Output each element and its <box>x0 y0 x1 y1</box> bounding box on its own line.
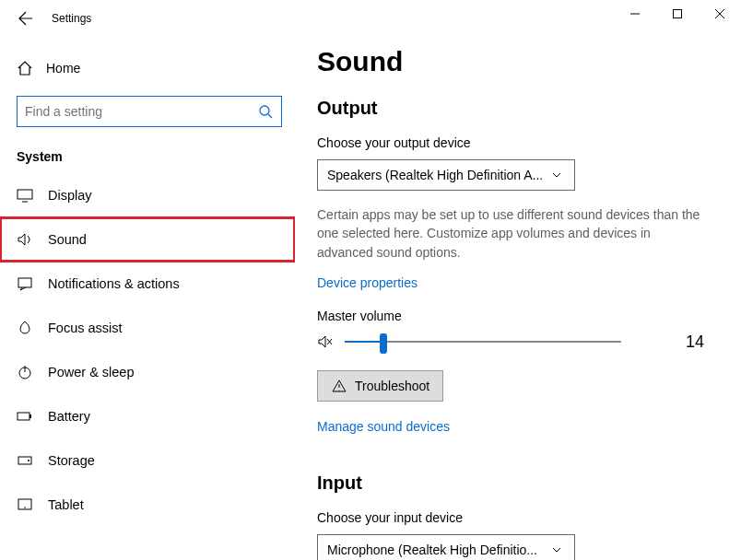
sidebar-item-label: Storage <box>48 453 95 468</box>
volume-mute-icon[interactable] <box>317 333 334 350</box>
sidebar-item-storage[interactable]: Storage <box>0 438 295 483</box>
sidebar-item-label: Focus assist <box>48 321 123 335</box>
sidebar-item-label: Tablet <box>48 497 84 512</box>
sidebar-item-power-sleep[interactable]: Power & sleep <box>0 350 295 394</box>
sidebar-item-sound[interactable]: Sound <box>0 217 295 262</box>
window-title: Settings <box>52 12 91 25</box>
sidebar-item-battery[interactable]: Battery <box>0 394 295 438</box>
minimize-button[interactable] <box>614 0 656 28</box>
focus-icon <box>17 320 33 336</box>
input-device-dropdown[interactable]: Microphone (Realtek High Definitio... <box>317 534 575 560</box>
output-help-text: Certain apps may be set up to use differ… <box>317 205 704 262</box>
home-button[interactable]: Home <box>0 50 295 87</box>
slider-thumb[interactable] <box>380 333 387 354</box>
sidebar-item-focus-assist[interactable]: Focus assist <box>0 306 295 350</box>
notifications-icon <box>17 275 33 292</box>
slider-fill <box>345 341 383 343</box>
home-icon <box>17 60 33 76</box>
svg-point-10 <box>24 507 26 508</box>
svg-rect-0 <box>674 10 682 18</box>
troubleshoot-label: Troubleshoot <box>355 379 429 393</box>
power-icon <box>17 364 33 380</box>
master-volume-slider[interactable] <box>345 341 621 343</box>
sidebar-item-notifications[interactable]: Notifications & actions <box>0 262 295 306</box>
output-device-dropdown[interactable]: Speakers (Realtek High Definition A... <box>317 159 575 191</box>
minimize-icon <box>630 9 640 18</box>
maximize-icon <box>673 9 682 18</box>
sidebar-item-label: Sound <box>48 232 87 247</box>
search-box[interactable] <box>17 96 282 127</box>
sidebar-item-tablet[interactable]: Tablet <box>0 483 295 527</box>
storage-icon <box>17 452 33 469</box>
volume-value: 14 <box>686 332 713 352</box>
master-volume-label: Master volume <box>317 309 713 323</box>
input-device-label: Choose your input device <box>317 510 713 525</box>
svg-rect-2 <box>18 190 32 199</box>
sound-icon <box>17 231 33 248</box>
svg-point-1 <box>260 106 269 115</box>
input-device-selected: Microphone (Realtek High Definitio... <box>327 542 548 557</box>
manage-sound-devices-link[interactable]: Manage sound devices <box>317 419 450 434</box>
input-heading: Input <box>317 472 713 494</box>
sidebar-item-display[interactable]: Display <box>0 173 295 217</box>
svg-rect-3 <box>18 278 31 287</box>
output-device-label: Choose your output device <box>317 135 713 150</box>
back-arrow-icon <box>18 11 33 26</box>
sidebar-item-label: Display <box>48 188 92 203</box>
sidebar: Home System Display Sound Notifications … <box>0 37 295 560</box>
search-icon <box>257 103 274 120</box>
sidebar-item-label: Notifications & actions <box>48 276 180 291</box>
home-label: Home <box>46 61 80 76</box>
tablet-icon <box>17 496 33 513</box>
back-button[interactable] <box>11 4 41 33</box>
warning-icon <box>331 378 347 394</box>
svg-rect-5 <box>18 413 29 420</box>
maximize-button[interactable] <box>656 0 699 28</box>
close-button[interactable] <box>699 0 741 28</box>
output-device-selected: Speakers (Realtek High Definition A... <box>327 168 548 182</box>
content-panel: Sound Output Choose your output device S… <box>295 37 741 560</box>
svg-rect-6 <box>29 414 31 418</box>
sidebar-item-label: Battery <box>48 409 90 424</box>
search-input[interactable] <box>25 104 257 119</box>
close-icon <box>715 9 724 18</box>
device-properties-link[interactable]: Device properties <box>317 275 418 290</box>
chevron-down-icon <box>548 542 565 558</box>
svg-point-8 <box>28 460 29 461</box>
sidebar-item-label: Power & sleep <box>48 365 135 379</box>
troubleshoot-button[interactable]: Troubleshoot <box>317 370 443 402</box>
battery-icon <box>17 408 33 425</box>
display-icon <box>17 187 33 204</box>
page-title: Sound <box>317 46 713 77</box>
output-heading: Output <box>317 98 713 119</box>
sidebar-section-title: System <box>0 127 295 173</box>
chevron-down-icon <box>548 167 565 183</box>
